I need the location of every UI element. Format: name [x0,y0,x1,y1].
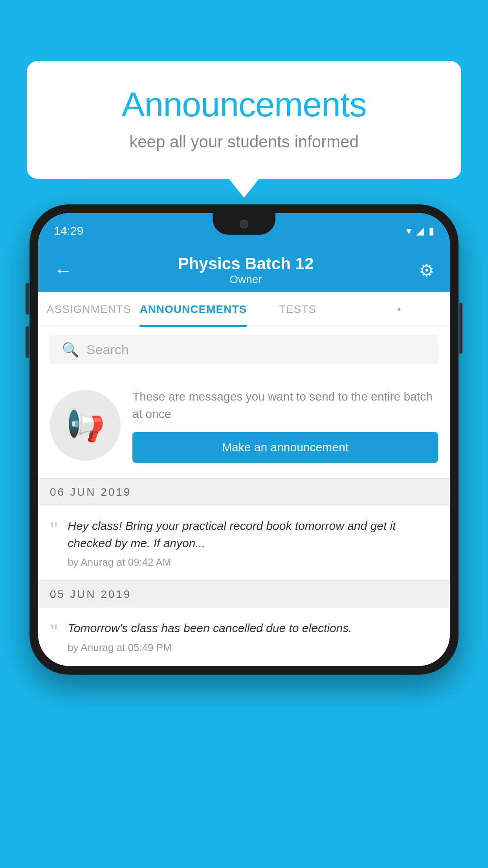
phone-outer-frame: 14:29 ▾ ◢ ▮ ← Physics Batch 12 Owner ⚙ [29,204,459,675]
search-bar[interactable]: 🔍 Search [50,335,438,364]
front-camera [240,220,248,228]
search-container: 🔍 Search [38,327,450,372]
date-separator-1: 06 JUN 2019 [38,478,450,506]
battery-icon: ▮ [429,225,434,237]
speech-bubble-card: Announcements keep all your students inf… [27,61,461,179]
announcement-description: These are messages you want to send to t… [132,388,438,422]
tab-tests[interactable]: TESTS [247,292,348,327]
date-separator-2: 05 JUN 2019 [38,581,450,608]
speech-bubble-section: Announcements keep all your students inf… [27,61,461,179]
search-input-placeholder[interactable]: Search [86,342,129,357]
bubble-title: Announcements [58,85,430,125]
announcement-prompt-section: 📢 These are messages you want to send to… [38,372,450,478]
announcement-text-2: Tomorrow's class has been cancelled due … [68,620,438,637]
tab-announcements[interactable]: ANNOUNCEMENTS [139,292,247,327]
phone-screen: 14:29 ▾ ◢ ▮ ← Physics Batch 12 Owner ⚙ [38,213,450,666]
user-role: Owner [178,273,314,286]
megaphone-icon: 📢 [66,407,105,444]
quote-icon-1: " [50,519,58,540]
settings-icon[interactable]: ⚙ [419,260,434,280]
phone-mockup: 14:29 ▾ ◢ ▮ ← Physics Batch 12 Owner ⚙ [29,204,459,675]
bubble-subtitle: keep all your students informed [58,132,430,151]
announcement-meta-2: by Anurag at 05:49 PM [68,642,438,654]
announcement-right: These are messages you want to send to t… [132,388,438,463]
app-bar-center: Physics Batch 12 Owner [178,254,314,286]
status-icons: ▾ ◢ ▮ [406,225,434,237]
power-button [459,303,462,354]
tab-assignments[interactable]: ASSIGNMENTS [38,292,139,327]
status-time: 14:29 [54,224,83,237]
back-button[interactable]: ← [54,259,73,281]
announcement-content-1: Hey class! Bring your practical record b… [68,517,438,568]
notch [213,213,275,235]
search-icon: 🔍 [62,342,79,358]
announcement-content-2: Tomorrow's class has been cancelled due … [68,620,438,654]
tabs-bar: ASSIGNMENTS ANNOUNCEMENTS TESTS • [38,292,450,327]
status-bar: 14:29 ▾ ◢ ▮ [38,213,450,248]
volume-down-button [26,326,29,358]
announcement-meta-1: by Anurag at 09:42 AM [68,556,438,568]
announcement-item-2[interactable]: " Tomorrow's class has been cancelled du… [38,608,450,666]
make-announcement-button[interactable]: Make an announcement [132,432,438,463]
tab-more[interactable]: • [349,292,450,327]
wifi-icon: ▾ [406,225,411,237]
app-bar: ← Physics Batch 12 Owner ⚙ [38,248,450,292]
megaphone-circle: 📢 [50,390,121,461]
quote-icon-2: " [50,622,58,642]
announcement-text-1: Hey class! Bring your practical record b… [68,517,438,552]
announcement-item-1[interactable]: " Hey class! Bring your practical record… [38,506,450,581]
volume-up-button [26,283,29,314]
batch-title: Physics Batch 12 [178,254,314,273]
signal-icon: ◢ [416,225,424,237]
